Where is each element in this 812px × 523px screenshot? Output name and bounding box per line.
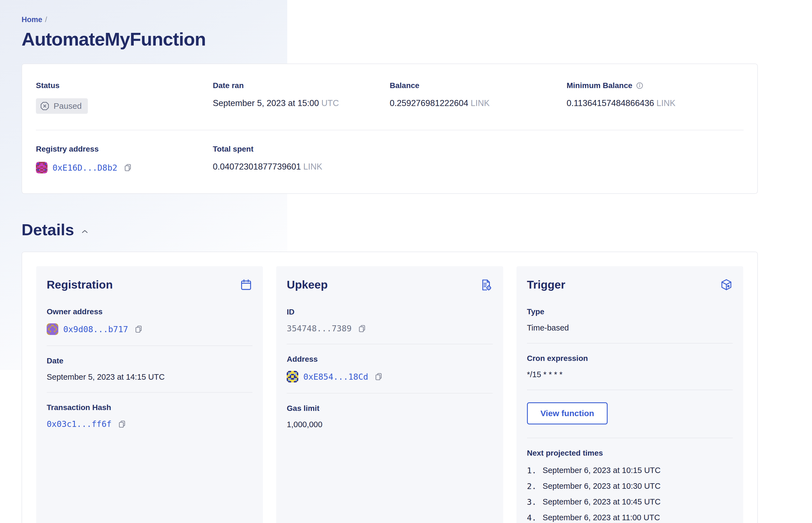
divider xyxy=(287,344,492,344)
status-badge-text: Paused xyxy=(54,101,82,111)
divider xyxy=(527,343,733,343)
status-label: Status xyxy=(36,81,213,90)
registration-card: Registration Owner address 0x9d08...b717 xyxy=(36,266,263,523)
upkeep-address-section: Address 0xE854...18Cd xyxy=(287,355,492,382)
trigger-type-label: Type xyxy=(527,307,733,316)
list-item: 2.September 6, 2023 at 10:30 UTC xyxy=(527,482,733,491)
min-balance-value: 0.11364157484866436 LINK xyxy=(567,98,744,108)
divider xyxy=(47,345,252,346)
transaction-hash-label: Transaction Hash xyxy=(47,403,252,412)
min-balance-field: Minimum Balance 0.11364157484866436 LINK xyxy=(567,81,744,114)
transaction-hash-link[interactable]: 0x03c1...ff6f xyxy=(47,419,112,429)
identicon-avatar xyxy=(47,323,58,335)
balance-field: Balance 0.259276981222604 LINK xyxy=(390,81,567,114)
summary-card: Status Paused Date ran September 5, 2023… xyxy=(21,64,758,194)
cron-expression-value: */15 * * * * xyxy=(527,370,733,379)
total-spent-field: Total spent 0.04072301877739601 LINK xyxy=(213,145,390,174)
gas-limit-section: Gas limit 1,000,000 xyxy=(287,404,492,429)
gas-limit-value: 1,000,000 xyxy=(287,420,492,429)
identicon-avatar xyxy=(36,162,48,174)
summary-row-1: Status Paused Date ran September 5, 2023… xyxy=(36,81,743,114)
date-ran-label: Date ran xyxy=(213,81,390,90)
paused-octagon-x-icon xyxy=(40,101,50,111)
date-ran-field: Date ran September 5, 2023 at 15:00 UTC xyxy=(213,81,390,114)
status-badge: Paused xyxy=(36,98,88,114)
owner-address-section: Owner address 0x9d08...b717 xyxy=(47,307,252,335)
calendar-icon xyxy=(240,278,252,291)
cron-expression-section: Cron expression */15 * * * * xyxy=(527,354,733,379)
document-gear-icon xyxy=(480,278,493,292)
date-ran-utc: UTC xyxy=(321,98,339,108)
copy-icon[interactable] xyxy=(358,324,366,333)
status-field: Status Paused xyxy=(36,81,213,114)
date-ran-value: September 5, 2023 at 15:00 UTC xyxy=(213,98,390,108)
upkeep-id-label: ID xyxy=(287,308,492,317)
list-item: 3.September 6, 2023 at 10:45 UTC xyxy=(527,497,733,507)
trigger-type-section: Type Time-based xyxy=(527,307,733,332)
cron-expression-label: Cron expression xyxy=(527,354,733,363)
owner-address-link[interactable]: 0x9d08...b717 xyxy=(63,324,128,334)
upkeep-id-value: 354748...7389 xyxy=(287,324,351,333)
info-icon[interactable] xyxy=(636,82,644,89)
summary-row-2: Registry address 0xE16D...D8b2 Total spe… xyxy=(36,145,743,174)
details-heading: Details xyxy=(21,220,758,239)
transaction-hash-section: Transaction Hash 0x03c1...ff6f xyxy=(47,403,252,429)
balance-value: 0.259276981222604 LINK xyxy=(390,98,567,108)
breadcrumb-separator: / xyxy=(45,16,47,24)
registry-address-link[interactable]: 0xE16D...D8b2 xyxy=(53,163,118,173)
owner-address-label: Owner address xyxy=(47,307,252,316)
details-card: Registration Owner address 0x9d08...b717 xyxy=(21,252,758,523)
trigger-title: Trigger xyxy=(527,278,565,291)
cube-icon xyxy=(720,278,733,291)
divider xyxy=(47,392,252,393)
view-function-button[interactable]: View function xyxy=(527,402,608,425)
min-balance-label: Minimum Balance xyxy=(567,81,744,90)
empty-cell xyxy=(390,145,567,174)
balance-unit: LINK xyxy=(471,98,490,108)
copy-icon[interactable] xyxy=(118,420,126,429)
registry-address-label: Registry address xyxy=(36,145,213,154)
gas-limit-label: Gas limit xyxy=(287,404,492,413)
next-projected-times-list: 1.September 6, 2023 at 10:15 UTC 2.Septe… xyxy=(527,466,733,523)
divider xyxy=(287,393,492,394)
list-item: 4.September 6, 2023 at 11:00 UTC xyxy=(527,513,733,522)
copy-icon[interactable] xyxy=(124,163,132,172)
empty-cell xyxy=(567,145,744,174)
registry-address-field: Registry address 0xE16D...D8b2 xyxy=(36,145,213,174)
identicon-avatar xyxy=(287,371,298,382)
min-balance-unit: LINK xyxy=(656,98,675,108)
next-projected-times-label: Next projected times xyxy=(527,449,733,457)
trigger-card: Trigger Type Time-based Cron expression … xyxy=(517,266,743,523)
registration-title: Registration xyxy=(47,278,113,291)
upkeep-id-section: ID 354748...7389 xyxy=(287,308,492,333)
registration-date-value: September 5, 2023 at 14:15 UTC xyxy=(47,373,252,382)
total-spent-value: 0.04072301877739601 LINK xyxy=(213,162,390,172)
trigger-type-value: Time-based xyxy=(527,323,733,332)
divider xyxy=(527,390,733,390)
total-spent-label: Total spent xyxy=(213,145,390,154)
upkeep-address-label: Address xyxy=(287,355,492,364)
next-projected-times-section: Next projected times 1.September 6, 2023… xyxy=(527,449,733,523)
page-title: AutomateMyFunction xyxy=(21,29,758,50)
page-content: Home/ AutomateMyFunction Status Paused xyxy=(21,0,758,523)
registration-date-section: Date September 5, 2023 at 14:15 UTC xyxy=(47,357,252,382)
copy-icon[interactable] xyxy=(374,372,383,381)
registration-date-label: Date xyxy=(47,357,252,365)
chevron-up-icon[interactable] xyxy=(81,229,88,234)
breadcrumb: Home/ xyxy=(21,16,758,24)
upkeep-card: Upkeep ID 354748...7389 xyxy=(276,266,503,523)
breadcrumb-home-link[interactable]: Home xyxy=(21,16,42,24)
copy-icon[interactable] xyxy=(134,325,143,333)
upkeep-address-link[interactable]: 0xE854...18Cd xyxy=(303,372,368,382)
summary-divider xyxy=(36,130,743,130)
upkeep-title: Upkeep xyxy=(287,278,328,291)
list-item: 1.September 6, 2023 at 10:15 UTC xyxy=(527,466,733,475)
balance-label: Balance xyxy=(390,81,567,90)
total-spent-unit: LINK xyxy=(303,162,322,172)
divider xyxy=(527,438,733,438)
